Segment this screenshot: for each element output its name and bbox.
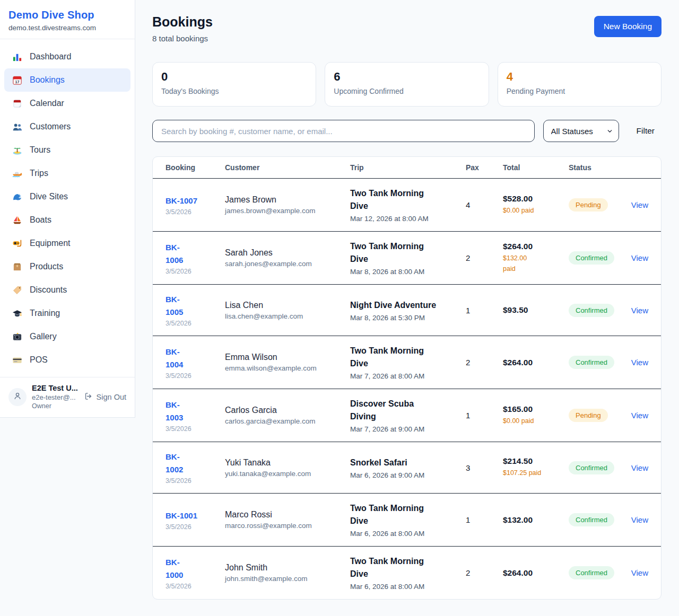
sidebar-item-calendar[interactable]: Calendar bbox=[4, 92, 130, 115]
booking-number-link[interactable]: BK- 1006 bbox=[166, 241, 225, 267]
stat-label: Today's Bookings bbox=[161, 87, 307, 95]
customer-cell: Carlos Garcia carlos.garcia@example.com bbox=[225, 406, 350, 425]
sidebar-item-dive-sites[interactable]: Dive Sites bbox=[4, 185, 130, 208]
trip-datetime: Mar 6, 2026 at 9:00 AM bbox=[350, 471, 466, 479]
discounts-icon bbox=[12, 285, 22, 295]
booking-number-link[interactable]: BK- 1000 bbox=[166, 556, 225, 582]
customer-name: John Smith bbox=[225, 563, 350, 573]
status-badge: Confirmed bbox=[569, 251, 614, 265]
paid-amount: $0.00 paid bbox=[503, 206, 569, 216]
table-row: BK- 1000 3/5/2026 John Smith john.smith@… bbox=[153, 547, 661, 599]
user-meta: E2E Test U... e2e-tester@... Owner bbox=[32, 384, 79, 410]
sidebar-item-trips[interactable]: Trips bbox=[4, 162, 130, 185]
user-name: E2E Test U... bbox=[32, 384, 79, 392]
booking-number-link[interactable]: BK- 1004 bbox=[166, 346, 225, 371]
booking-cell: BK- 1000 3/5/2026 bbox=[166, 556, 225, 590]
customer-email: sarah.jones@example.com bbox=[225, 260, 350, 268]
customer-cell: James Brown james.brown@example.com bbox=[225, 195, 350, 215]
brand-domain: demo.test.divestreams.com bbox=[8, 24, 126, 32]
new-booking-button[interactable]: New Booking bbox=[594, 16, 661, 37]
booking-number-link[interactable]: BK-1001 bbox=[166, 509, 225, 522]
customer-email: lisa.chen@example.com bbox=[225, 312, 350, 320]
stat-label: Upcoming Confirmed bbox=[334, 87, 480, 95]
view-link[interactable]: View bbox=[631, 358, 648, 367]
booking-number-link[interactable]: BK- 1005 bbox=[166, 293, 225, 319]
filter-button[interactable]: Filter bbox=[637, 126, 655, 136]
view-link[interactable]: View bbox=[631, 515, 648, 524]
sidebar-item-training[interactable]: Training bbox=[4, 302, 130, 325]
trip-name: Snorkel Safari bbox=[350, 456, 466, 469]
products-icon bbox=[12, 261, 22, 272]
status-select-wrap: All Statuses bbox=[543, 120, 619, 142]
person-icon bbox=[12, 391, 23, 403]
booking-cell: BK- 1004 3/5/2026 bbox=[166, 346, 225, 380]
sidebar-item-pos[interactable]: POS bbox=[4, 348, 130, 372]
status-cell: Confirmed bbox=[569, 566, 627, 579]
table-row: BK- 1002 3/5/2026 Yuki Tanaka yuki.tanak… bbox=[153, 442, 661, 494]
total-amount: $264.00 bbox=[503, 358, 569, 367]
view-link[interactable]: View bbox=[631, 306, 648, 315]
pax-value: 1 bbox=[466, 411, 503, 420]
search-input[interactable] bbox=[152, 120, 535, 142]
page-title: Bookings bbox=[152, 14, 213, 30]
status-select[interactable]: All Statuses bbox=[543, 120, 619, 142]
sidebar-item-gallery[interactable]: Gallery bbox=[4, 325, 130, 348]
stat-value: 0 bbox=[161, 70, 307, 84]
view-link[interactable]: View bbox=[631, 568, 648, 577]
sidebar-item-products[interactable]: Products bbox=[4, 255, 130, 278]
stat-label: Pending Payment bbox=[507, 87, 652, 95]
customer-email: emma.wilson@example.com bbox=[225, 364, 350, 372]
view-link[interactable]: View bbox=[631, 200, 648, 209]
paid-amount: $132.00 paid bbox=[503, 253, 569, 274]
total-cell: $165.00 $0.00 paid bbox=[503, 404, 569, 426]
total-amount: $132.00 bbox=[503, 515, 569, 525]
training-icon bbox=[12, 308, 22, 319]
sign-out-button[interactable]: Sign Out bbox=[84, 392, 126, 402]
sidebar-item-label: Products bbox=[30, 260, 63, 273]
status-cell: Pending bbox=[569, 409, 627, 422]
equipment-icon bbox=[12, 238, 22, 249]
customer-cell: John Smith john.smith@example.com bbox=[225, 563, 350, 583]
sidebar-item-equipment[interactable]: Equipment bbox=[4, 232, 130, 255]
sidebar-item-discounts[interactable]: Discounts bbox=[4, 278, 130, 302]
sidebar-item-dashboard[interactable]: Dashboard bbox=[4, 45, 130, 68]
sidebar-item-tours[interactable]: Tours bbox=[4, 138, 130, 162]
trip-datetime: Mar 8, 2026 at 8:00 AM bbox=[350, 268, 466, 276]
trip-cell: Two Tank Morning Dive Mar 6, 2026 at 8:0… bbox=[350, 502, 466, 538]
view-link[interactable]: View bbox=[631, 253, 648, 262]
total-amount: $93.50 bbox=[503, 305, 569, 315]
total-cell: $93.50 bbox=[503, 305, 569, 315]
bookings-icon: 17 bbox=[12, 75, 22, 85]
booking-date: 3/5/2026 bbox=[166, 268, 225, 275]
sidebar-item-label: Dive Sites bbox=[30, 190, 68, 203]
booking-number-link[interactable]: BK- 1003 bbox=[166, 399, 225, 424]
pax-value: 1 bbox=[466, 306, 503, 315]
sidebar-item-boats[interactable]: Boats bbox=[4, 208, 130, 232]
column-header-total: Total bbox=[503, 163, 569, 172]
view-link[interactable]: View bbox=[631, 463, 648, 472]
pax-value: 3 bbox=[466, 463, 503, 472]
column-header-trip: Trip bbox=[350, 163, 466, 172]
table-row: BK- 1004 3/5/2026 Emma Wilson emma.wilso… bbox=[153, 336, 661, 389]
status-badge: Pending bbox=[569, 198, 608, 212]
pax-value: 2 bbox=[466, 253, 503, 262]
stats-row: 0 Today's Bookings 6 Upcoming Confirmed … bbox=[152, 62, 661, 107]
stat-value: 6 bbox=[334, 70, 480, 84]
table-body: BK-1007 3/5/2026 James Brown james.brown… bbox=[153, 179, 661, 599]
booking-number-link[interactable]: BK- 1002 bbox=[166, 451, 225, 476]
table-row: BK- 1006 3/5/2026 Sarah Jones sarah.jone… bbox=[153, 232, 661, 285]
status-badge: Confirmed bbox=[569, 461, 614, 474]
customers-icon bbox=[12, 121, 22, 132]
booking-number-link[interactable]: BK-1007 bbox=[166, 195, 225, 207]
booking-date: 3/5/2026 bbox=[166, 583, 225, 590]
customer-email: john.smith@example.com bbox=[225, 575, 350, 583]
sidebar-item-label: Boats bbox=[30, 214, 51, 226]
booking-cell: BK- 1002 3/5/2026 bbox=[166, 451, 225, 485]
trip-datetime: Mar 6, 2026 at 8:00 AM bbox=[350, 530, 466, 538]
pax-value: 4 bbox=[466, 200, 503, 209]
sidebar-item-bookings[interactable]: 17 Bookings bbox=[4, 68, 130, 92]
view-link[interactable]: View bbox=[631, 411, 648, 420]
sidebar-item-customers[interactable]: Customers bbox=[4, 115, 130, 138]
user-section: E2E Test U... e2e-tester@... Owner Sign … bbox=[0, 377, 135, 417]
tours-icon bbox=[12, 145, 22, 155]
